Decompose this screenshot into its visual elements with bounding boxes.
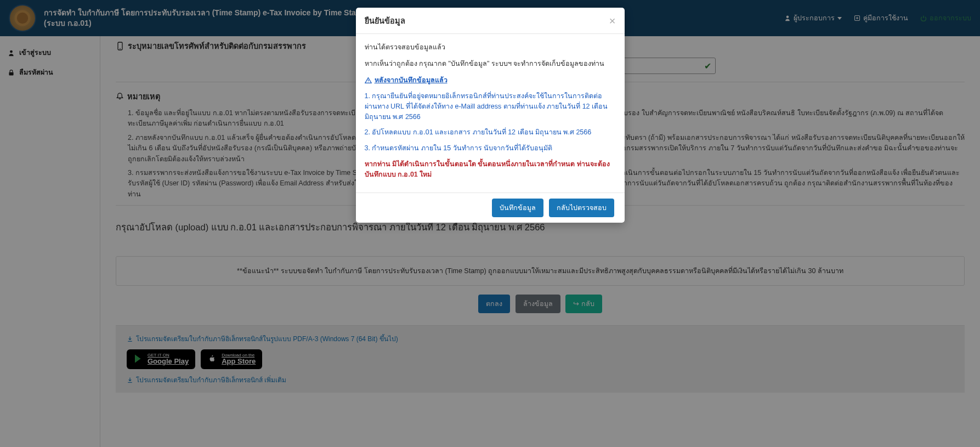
- modal-back-button[interactable]: กลับไปตรวจสอบ: [549, 199, 614, 217]
- modal-close-button[interactable]: ×: [609, 15, 616, 26]
- modal-save-button[interactable]: บันทึกข้อมูล: [492, 199, 543, 217]
- modal-text-1: ท่านได้ตรวจสอบข้อมูลแล้ว: [365, 42, 616, 53]
- warning-icon: [365, 77, 372, 84]
- modal-bullet-2: 2. อัปโหลดแบบ ก.อ.01 และเอกสาร ภายในวันท…: [365, 127, 616, 138]
- modal-bullet-1: 1. กรุณายืนยันที่อยู่จดหมายอิเล็กทรอนิกส…: [365, 91, 616, 122]
- modal-text-2: หากเห็นว่าถูกต้อง กรุณากด "บันทึกข้อมูล"…: [365, 58, 616, 69]
- modal-title: ยืนยันข้อมูล: [365, 14, 405, 27]
- modal-bullet-3: 3. กำหนดรหัสผ่าน ภายใน 15 วันทำการ นับจา…: [365, 143, 616, 154]
- modal-overlay[interactable]: ยืนยันข้อมูล × ท่านได้ตรวจสอบข้อมูลแล้ว …: [0, 0, 980, 447]
- modal-warning: หากท่าน มิได้ดำเนินการในขั้นตอนใด ขั้นตอ…: [365, 159, 616, 180]
- confirm-modal: ยืนยันข้อมูล × ท่านได้ตรวจสอบข้อมูลแล้ว …: [356, 8, 625, 223]
- modal-after-link[interactable]: หลังจากบันทึกข้อมูลแล้ว: [365, 75, 447, 86]
